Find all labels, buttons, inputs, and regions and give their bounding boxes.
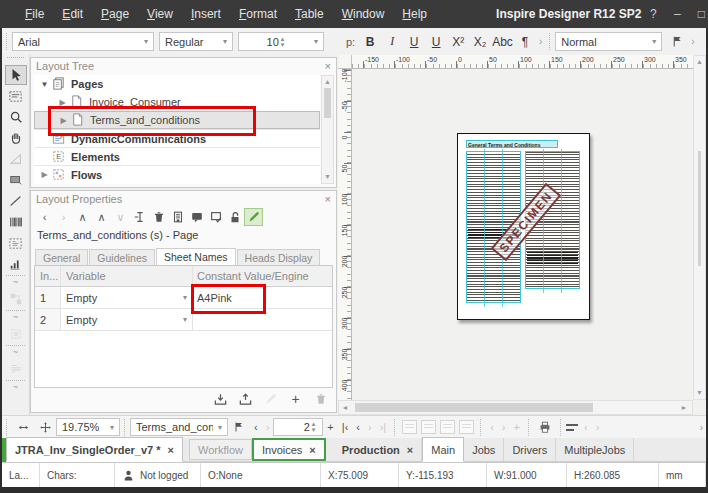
design-canvas[interactable]: -150-100-50050100150200250300350 -100-50… (338, 55, 706, 415)
constant-value-cell[interactable] (193, 309, 332, 330)
next-item-button[interactable]: › (592, 421, 604, 433)
edit-value-button[interactable] (261, 390, 280, 408)
add-page-button[interactable]: + (323, 421, 337, 433)
scrollbar-thumb[interactable] (698, 151, 701, 266)
apply-dialog-button[interactable] (206, 208, 225, 226)
close-panel-button[interactable]: × (325, 193, 331, 205)
rectangle-tool[interactable] (5, 170, 27, 190)
font-family-select[interactable]: Arial▾ (12, 32, 154, 51)
delete-button[interactable] (149, 208, 168, 226)
page-number-stepper[interactable]: 2 ▴▾ (273, 418, 323, 436)
menu-page[interactable]: Page (92, 0, 138, 28)
prev-view-button[interactable]: ‹ (250, 421, 262, 433)
tree-item-dynamiccommunications[interactable]: DynamicCommunications (34, 129, 320, 147)
import-button[interactable] (211, 390, 230, 408)
flag-icon[interactable] (228, 417, 250, 437)
zoom-level-select[interactable]: 19.75%▾ (56, 418, 120, 436)
scroll-up-icon[interactable]: ▲ (322, 76, 333, 88)
barcode-tool[interactable] (5, 212, 27, 232)
menu-table[interactable]: Table (286, 0, 333, 28)
menu-file[interactable]: File (16, 0, 53, 28)
move-up-button[interactable]: ∧ (73, 208, 92, 226)
frame-tool[interactable] (5, 324, 27, 344)
expander-collapsed-icon[interactable]: ▶ (57, 116, 70, 125)
previous-page-button[interactable]: ‹ (352, 421, 364, 433)
page-preview[interactable]: General Terms and Conditions SPECIMEN (457, 133, 590, 320)
comment-button[interactable] (187, 208, 206, 226)
toolbar-grip[interactable] (6, 33, 8, 50)
sheet-list-icon[interactable] (566, 422, 580, 432)
layout-view-icon[interactable] (402, 420, 417, 434)
insert-frame-button[interactable] (130, 208, 149, 226)
canvas-vscrollbar[interactable]: ▲ ▼ (693, 55, 706, 400)
prev-item-button[interactable]: ‹ (580, 421, 592, 433)
edit-button[interactable] (244, 208, 263, 226)
paragraph-tool[interactable] (5, 359, 27, 379)
zoom-tool[interactable] (5, 107, 27, 127)
menu-format[interactable]: Format (230, 0, 286, 28)
canvas-hscrollbar[interactable]: ◄ ► (338, 400, 693, 415)
tree-item-invoice_consumer[interactable]: ▶Invoice_Consumer (34, 93, 320, 111)
tree-item-flows[interactable]: ▶Flows (34, 165, 320, 183)
menu-help[interactable]: Help (393, 0, 436, 28)
select-tool[interactable] (5, 65, 27, 85)
chart-tool[interactable] (5, 254, 27, 274)
smallcaps-button[interactable]: Abc (491, 32, 514, 52)
report-button[interactable] (168, 208, 187, 226)
pilcrow-button[interactable]: ¶ (514, 32, 536, 52)
first-page-button[interactable]: |‹ (338, 421, 353, 433)
nav-back-button[interactable]: ‹ (35, 208, 54, 226)
next-page-button[interactable]: › (364, 421, 376, 433)
expander-collapsed-icon[interactable]: ▶ (38, 170, 51, 179)
tree-item-terms_and_conditions[interactable]: ▶Terms_and_conditions (34, 111, 320, 129)
subscript-button[interactable]: X₂ (469, 32, 491, 52)
measure-tool[interactable] (5, 149, 27, 169)
next-view-button[interactable]: › (262, 421, 274, 433)
expander-expanded-icon[interactable]: ▼ (38, 80, 51, 89)
layout-view-icon[interactable] (421, 420, 436, 434)
doc-tab-multiplejobs[interactable]: MultipleJobs (556, 438, 634, 461)
scroll-up-icon[interactable]: ▲ (694, 56, 705, 68)
scroll-down-icon[interactable]: ▼ (694, 387, 705, 399)
underline-words-button[interactable]: U (425, 32, 447, 52)
menu-edit[interactable]: Edit (53, 0, 92, 28)
font-size-stepper[interactable]: 10 ▴▾ ▾ (238, 32, 324, 51)
overflow-chevron[interactable]: › (688, 36, 697, 47)
tree-item-elements[interactable]: EElements (34, 147, 320, 165)
italic-button[interactable]: I (381, 32, 403, 52)
scrollbar-thumb[interactable] (324, 88, 331, 118)
paragraph-style-select[interactable]: Normal▾ (555, 32, 662, 51)
nav-forward-button[interactable]: › (54, 208, 73, 226)
flag-icon[interactable] (666, 32, 688, 52)
add-row-button[interactable]: + (286, 390, 305, 408)
scroll-down-icon[interactable]: ▼ (322, 171, 333, 183)
move-icon[interactable] (34, 417, 56, 437)
doc-tab-jobs[interactable]: Jobs (464, 438, 504, 461)
close-panel-button[interactable]: × (325, 60, 331, 72)
fit-width-icon[interactable] (12, 417, 34, 437)
last-page-button[interactable]: ›| (376, 421, 391, 433)
tree-scrollbar[interactable]: ▲ ▼ (321, 75, 334, 184)
lock-button[interactable] (225, 208, 244, 226)
toolstrip-grip[interactable] (7, 57, 24, 63)
page-selector[interactable]: Terms_and_conc▾ (130, 418, 228, 436)
menu-window[interactable]: Window (333, 0, 394, 28)
add-sheet-button[interactable]: + (510, 421, 524, 433)
superscript-button[interactable]: X² (447, 32, 469, 52)
text-select-tool[interactable] (5, 86, 27, 106)
doc-tab-workflow[interactable]: Workflow (189, 439, 252, 460)
close-tab-icon[interactable]: × (309, 444, 315, 456)
print-preview-icon[interactable] (534, 417, 556, 437)
overflow-chevron[interactable]: › (697, 422, 706, 433)
stepper-arrows[interactable]: ▴▾ (279, 36, 287, 48)
pan-tool[interactable] (5, 128, 27, 148)
doc-tab-jtra-inv-singleorder-v7-[interactable]: JTRA_Inv_SingleOrder_v7 *× (6, 437, 183, 462)
layout-view-icon[interactable] (459, 420, 474, 434)
minimize-button[interactable]: – (665, 0, 689, 28)
menu-view[interactable]: View (138, 0, 182, 28)
variable-select[interactable]: Empty▾ (61, 287, 193, 308)
export-button[interactable] (236, 390, 255, 408)
variable-select[interactable]: Empty▾ (61, 309, 193, 330)
doc-tab-invoices[interactable]: Invoices× (252, 438, 326, 461)
scrollbar-thumb[interactable] (355, 403, 593, 412)
